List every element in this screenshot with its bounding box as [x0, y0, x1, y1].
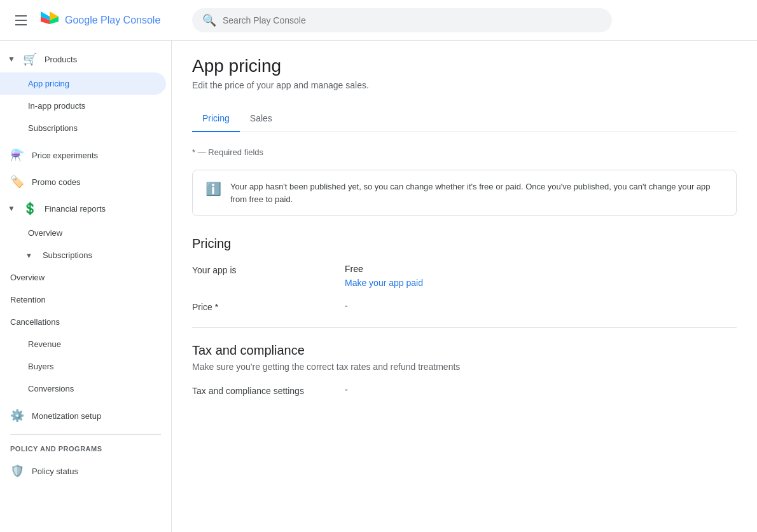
revenue-label: Revenue [28, 339, 61, 349]
tag-icon: 🏷️ [10, 175, 24, 189]
search-input[interactable] [223, 15, 602, 25]
sidebar-item-price-experiments[interactable]: ⚗️ Price experiments [0, 142, 166, 168]
logo-text-plain: Google Play [65, 15, 123, 25]
conversions-label: Conversions [28, 384, 74, 393]
policy-status-label: Policy status [32, 467, 78, 476]
app-status-value-group: Free Make your app paid [345, 264, 423, 288]
search-icon: 🔍 [202, 13, 216, 27]
your-app-is-label: Your app is [192, 264, 319, 275]
sidebar-item-subscriptions-top[interactable]: Subscriptions [0, 117, 166, 139]
financial-arrow-icon: ▼ [8, 204, 15, 213]
tab-pricing[interactable]: Pricing [192, 106, 240, 132]
price-value: - [345, 301, 348, 311]
sidebar-item-promo-codes[interactable]: 🏷️ Promo codes [0, 168, 166, 195]
tax-settings-label: Tax and compliance settings [192, 385, 319, 396]
sidebar-item-cancellations[interactable]: Cancellations [0, 311, 166, 333]
promo-codes-label: Promo codes [32, 177, 81, 187]
sidebar-item-retention[interactable]: Retention [0, 289, 166, 311]
topbar: Google Play Console 🔍 [0, 0, 757, 41]
info-box: ℹ️ Your app hasn't been published yet, s… [192, 170, 737, 216]
products-label: Products [45, 55, 77, 64]
shield-icon: 🛡️ [10, 464, 24, 478]
sidebar-item-subscriptions-sub[interactable]: ▼ Subscriptions [0, 244, 166, 266]
required-note: * — Required fields [192, 147, 737, 157]
make-app-paid-link[interactable]: Make your app paid [345, 278, 423, 288]
price-label: Price * [192, 301, 319, 312]
sidebar-item-products[interactable]: ▼ 🛒 Products [0, 46, 166, 72]
price-row: Price * - [192, 301, 737, 312]
layout: ▼ 🛒 Products App pricing In-app products… [0, 41, 757, 532]
retention-label: Retention [10, 295, 46, 304]
sidebar-item-overview-sub[interactable]: Overview [0, 266, 166, 289]
products-section: ▼ 🛒 Products App pricing In-app products… [0, 46, 171, 139]
subscriptions-label: Subscriptions [28, 123, 78, 133]
monetization-setup-label: Monetization setup [32, 411, 101, 421]
financial-reports-section: ▼ 💲 Financial reports Overview ▼ Subscri… [0, 195, 171, 400]
section-divider [192, 327, 737, 328]
financial-reports-label: Financial reports [45, 204, 106, 214]
sidebar: ▼ 🛒 Products App pricing In-app products… [0, 41, 172, 532]
in-app-products-label: In-app products [28, 101, 85, 111]
page-subtitle: Edit the price of your app and manage sa… [192, 80, 737, 90]
page-title: App pricing [192, 56, 737, 76]
subs-arrow-icon: ▼ [25, 252, 32, 259]
overview-sub-label: Overview [10, 273, 45, 282]
sidebar-item-revenue[interactable]: Revenue [0, 333, 166, 355]
pricing-section-heading: Pricing [192, 236, 737, 251]
sidebar-item-conversions[interactable]: Conversions [0, 378, 166, 400]
flask-icon: ⚗️ [10, 148, 24, 162]
sidebar-item-overview[interactable]: Overview [0, 222, 166, 244]
app-status-row: Your app is Free Make your app paid [192, 264, 737, 288]
subscriptions-sub-label: Subscriptions [43, 250, 92, 260]
sidebar-item-monetization-setup[interactable]: ⚙️ Monetization setup [0, 402, 166, 429]
tab-sales[interactable]: Sales [240, 106, 282, 132]
app-status-value: Free [345, 264, 363, 274]
sidebar-item-policy-status[interactable]: 🛡️ Policy status [0, 458, 166, 484]
topbar-left: Google Play Console [10, 10, 182, 31]
tax-settings-row: Tax and compliance settings - [192, 385, 737, 396]
info-icon: ℹ️ [205, 181, 221, 196]
sidebar-item-financial-reports[interactable]: ▼ 💲 Financial reports [0, 195, 166, 222]
tax-section-subtitle: Make sure you're getting the correct tax… [192, 362, 737, 372]
buyers-label: Buyers [28, 362, 53, 371]
search-bar[interactable]: 🔍 [192, 8, 612, 32]
tax-section-heading: Tax and compliance [192, 343, 737, 358]
price-experiments-label: Price experiments [32, 151, 98, 160]
sidebar-item-buyers[interactable]: Buyers [0, 355, 166, 378]
policy-section-label: Policy and programs [0, 440, 171, 458]
cart-icon: 🛒 [23, 52, 37, 66]
hamburger-menu-button[interactable] [10, 10, 32, 31]
overview-label: Overview [28, 228, 62, 238]
sidebar-item-in-app-products[interactable]: In-app products [0, 95, 166, 117]
logo: Google Play Console [39, 10, 160, 31]
app-pricing-label: App pricing [28, 79, 69, 88]
dollar-icon: 💲 [23, 201, 37, 215]
cancellations-label: Cancellations [10, 317, 60, 327]
logo-text: Google Play Console [65, 15, 160, 26]
info-box-text: Your app hasn't been published yet, so y… [230, 181, 723, 205]
tabs: Pricing Sales [192, 106, 737, 132]
main-content: App pricing Edit the price of your app a… [172, 41, 757, 532]
logo-text-accent: Console [123, 15, 161, 25]
play-console-logo-icon [39, 10, 60, 31]
sidebar-item-app-pricing[interactable]: App pricing [0, 72, 166, 95]
gear-icon: ⚙️ [10, 409, 24, 423]
products-arrow-icon: ▼ [8, 55, 15, 64]
sidebar-divider [10, 434, 161, 435]
tax-settings-value: - [345, 385, 348, 395]
